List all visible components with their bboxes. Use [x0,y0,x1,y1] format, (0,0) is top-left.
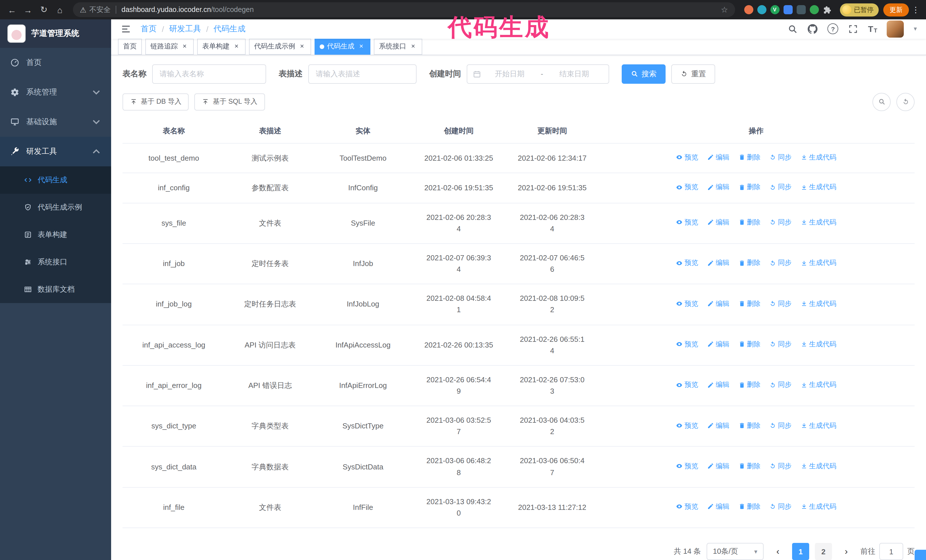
generate-code-link[interactable]: 生成代码 [800,258,837,268]
toggle-search-button[interactable] [872,93,891,111]
sync-link[interactable]: 同步 [769,182,791,193]
sidebar-item-db-doc[interactable]: 数据库文档 [0,276,111,303]
delete-link[interactable]: 删除 [738,152,761,163]
profile-paused-chip[interactable]: 已暂停 [840,3,879,16]
sidebar-item-codegen[interactable]: 代码生成 [0,166,111,194]
sidebar-item-system-api[interactable]: 系统接口 [0,248,111,276]
edit-link[interactable]: 编辑 [707,217,729,228]
generate-code-link[interactable]: 生成代码 [800,217,837,228]
tag-close-icon[interactable]: × [409,43,417,51]
edit-link[interactable]: 编辑 [707,501,729,512]
generate-code-link[interactable]: 生成代码 [800,152,837,163]
extension-icon-6[interactable] [809,5,819,14]
user-avatar[interactable] [887,21,904,38]
generate-code-link[interactable]: 生成代码 [800,298,837,309]
extension-icon-1[interactable] [744,5,753,14]
generate-code-link[interactable]: 生成代码 [800,380,837,390]
browser-refresh-icon[interactable]: ↻ [36,2,51,17]
corner-floating-button[interactable] [915,550,926,560]
reset-button[interactable]: 重置 [671,64,715,84]
sync-link[interactable]: 同步 [769,298,791,309]
delete-link[interactable]: 删除 [738,380,761,390]
tag-item[interactable]: 表单构建 × [197,39,246,55]
next-page-button[interactable]: › [838,543,855,560]
preview-link[interactable]: 预览 [676,380,698,390]
avatar-caret-icon[interactable]: ▾ [914,25,917,33]
preview-link[interactable]: 预览 [676,217,698,228]
address-bar[interactable]: ⚠ 不安全 dashboard.yudao.iocoder.cn/tool/co… [73,2,735,17]
hamburger-icon[interactable] [120,23,132,35]
tag-close-icon[interactable]: × [233,43,241,51]
sync-link[interactable]: 同步 [769,501,791,512]
prev-page-button[interactable]: ‹ [769,543,787,560]
font-size-icon[interactable]: TT [868,24,877,34]
extension-icon-4[interactable] [783,5,792,14]
sync-link[interactable]: 同步 [769,420,791,431]
generate-code-link[interactable]: 生成代码 [800,182,837,193]
search-button[interactable]: 搜索 [622,64,666,84]
edit-link[interactable]: 编辑 [707,182,729,193]
generate-code-link[interactable]: 生成代码 [800,420,837,431]
page-number-button[interactable]: 2 [815,543,832,560]
generate-code-link[interactable]: 生成代码 [800,501,837,512]
date-range-picker[interactable]: 开始日期 - 结束日期 [467,64,609,84]
browser-back-icon[interactable]: ← [5,2,20,17]
goto-page-input[interactable] [879,543,903,560]
browser-forward-icon[interactable]: → [21,2,35,17]
preview-link[interactable]: 预览 [676,182,698,193]
sync-link[interactable]: 同步 [769,258,791,268]
generate-code-link[interactable]: 生成代码 [800,461,837,471]
import-db-button[interactable]: 基于 DB 导入 [123,94,189,110]
extension-icon-3[interactable]: V [770,5,779,14]
delete-link[interactable]: 删除 [738,182,761,193]
refresh-table-button[interactable] [896,93,915,111]
tag-close-icon[interactable]: × [298,43,306,51]
browser-update-button[interactable]: 更新 [883,3,909,16]
page-size-select[interactable]: 10条/页 ▾ [707,543,764,560]
sidebar-item-devtools[interactable]: 研发工具 [0,137,111,166]
preview-link[interactable]: 预览 [676,420,698,431]
fullscreen-icon[interactable] [848,24,858,34]
generate-code-link[interactable]: 生成代码 [800,339,837,350]
tag-close-icon[interactable]: × [357,43,365,51]
sidebar-item-codegen-example[interactable]: 代码生成示例 [0,194,111,221]
logo[interactable]: 芋道管理系统 [0,20,111,48]
sidebar-item-system[interactable]: 系统管理 [0,77,111,107]
table-name-input[interactable] [152,64,266,84]
extension-icon-2[interactable] [757,5,766,14]
search-icon[interactable] [788,24,798,34]
extension-icon-5[interactable] [796,5,805,14]
import-sql-button[interactable]: 基于 SQL 导入 [195,94,265,110]
edit-link[interactable]: 编辑 [707,298,729,309]
preview-link[interactable]: 预览 [676,298,698,309]
edit-link[interactable]: 编辑 [707,258,729,268]
edit-link[interactable]: 编辑 [707,420,729,431]
sidebar-item-form-builder[interactable]: 表单构建 [0,221,111,248]
preview-link[interactable]: 预览 [676,258,698,268]
tag-item[interactable]: 首页 [118,39,142,55]
sync-link[interactable]: 同步 [769,461,791,471]
page-number-button[interactable]: 1 [792,543,809,560]
tag-item[interactable]: 代码生成示例 × [249,39,311,55]
tag-item[interactable]: 链路追踪 × [145,39,194,55]
sync-link[interactable]: 同步 [769,339,791,350]
tag-close-icon[interactable]: × [181,43,189,51]
delete-link[interactable]: 删除 [738,217,761,228]
sync-link[interactable]: 同步 [769,380,791,390]
edit-link[interactable]: 编辑 [707,152,729,163]
sidebar-item-home[interactable]: 首页 [0,48,111,77]
tag-item[interactable]: 系统接口 × [374,39,422,55]
help-icon[interactable]: ? [828,24,838,35]
sync-link[interactable]: 同步 [769,217,791,228]
edit-link[interactable]: 编辑 [707,380,729,390]
browser-home-icon[interactable]: ⌂ [53,2,67,17]
browser-menu-icon[interactable]: ⋮ [910,5,921,14]
sync-link[interactable]: 同步 [769,152,791,163]
github-icon[interactable] [808,24,818,34]
table-desc-input[interactable] [308,64,416,84]
tag-item[interactable]: 代码生成 × [315,39,371,55]
preview-link[interactable]: 预览 [676,339,698,350]
delete-link[interactable]: 删除 [738,461,761,471]
delete-link[interactable]: 删除 [738,501,761,512]
edit-link[interactable]: 编辑 [707,339,729,350]
